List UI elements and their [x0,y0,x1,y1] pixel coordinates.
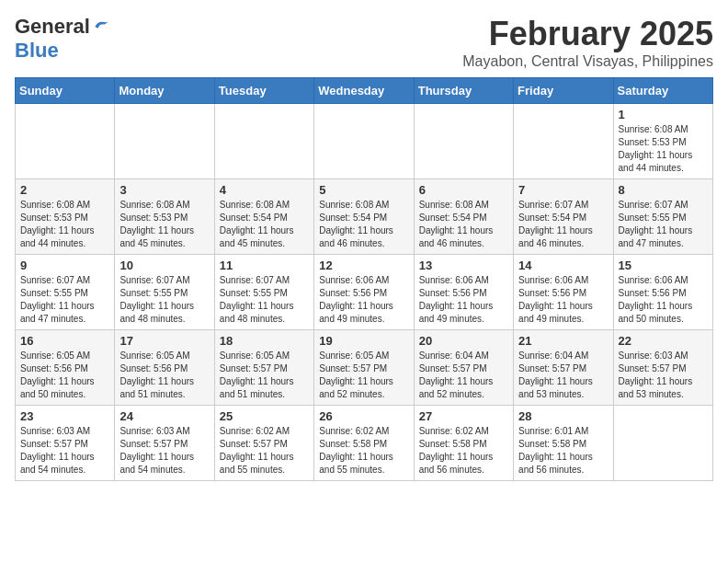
day-number: 5 [319,183,408,197]
calendar-week-row: 16Sunrise: 6:05 AM Sunset: 5:56 PM Dayli… [16,330,713,406]
day-number: 13 [419,259,508,272]
calendar-cell: 17Sunrise: 6:05 AM Sunset: 5:56 PM Dayli… [115,330,214,406]
location-subtitle: Mayabon, Central Visayas, Philippines [462,53,713,70]
calendar-cell: 5Sunrise: 6:08 AM Sunset: 5:54 PM Daylig… [314,179,414,255]
calendar-cell [314,104,414,179]
calendar-cell: 28Sunrise: 6:01 AM Sunset: 5:58 PM Dayli… [514,406,613,481]
calendar-cell: 26Sunrise: 6:02 AM Sunset: 5:58 PM Dayli… [314,406,414,481]
day-info: Sunrise: 6:07 AM Sunset: 5:54 PM Dayligh… [518,199,608,250]
day-info: Sunrise: 6:08 AM Sunset: 5:54 PM Dayligh… [220,199,309,250]
calendar-cell: 7Sunrise: 6:07 AM Sunset: 5:54 PM Daylig… [514,179,613,255]
day-info: Sunrise: 6:06 AM Sunset: 5:56 PM Dayligh… [319,274,408,326]
day-of-week-header: Sunday [16,78,115,104]
calendar-cell: 15Sunrise: 6:06 AM Sunset: 5:56 PM Dayli… [613,255,712,330]
calendar-table: SundayMondayTuesdayWednesdayThursdayFrid… [15,77,713,481]
calendar-cell: 27Sunrise: 6:02 AM Sunset: 5:58 PM Dayli… [414,406,513,481]
day-info: Sunrise: 6:06 AM Sunset: 5:56 PM Dayligh… [619,274,708,326]
calendar-cell: 14Sunrise: 6:06 AM Sunset: 5:56 PM Dayli… [514,255,613,330]
day-info: Sunrise: 6:03 AM Sunset: 5:57 PM Dayligh… [119,425,209,477]
calendar-cell: 12Sunrise: 6:06 AM Sunset: 5:56 PM Dayli… [314,255,414,330]
calendar-cell: 1Sunrise: 6:08 AM Sunset: 5:53 PM Daylig… [613,104,712,179]
logo-general-text: General [15,15,90,39]
calendar-week-row: 23Sunrise: 6:03 AM Sunset: 5:57 PM Dayli… [16,406,713,481]
day-info: Sunrise: 6:02 AM Sunset: 5:58 PM Dayligh… [319,425,408,477]
day-of-week-header: Thursday [414,78,513,104]
month-year-title: February 2025 [462,15,713,53]
day-number: 22 [619,334,708,348]
calendar-cell: 3Sunrise: 6:08 AM Sunset: 5:53 PM Daylig… [115,179,214,255]
day-number: 11 [220,259,309,272]
calendar-cell: 4Sunrise: 6:08 AM Sunset: 5:54 PM Daylig… [214,179,313,255]
calendar-header-row: SundayMondayTuesdayWednesdayThursdayFrid… [16,78,713,104]
calendar-cell: 13Sunrise: 6:06 AM Sunset: 5:56 PM Dayli… [414,255,513,330]
logo-bird-icon [92,17,110,36]
day-number: 6 [419,183,508,197]
day-info: Sunrise: 6:08 AM Sunset: 5:53 PM Dayligh… [20,199,109,250]
day-info: Sunrise: 6:05 AM Sunset: 5:56 PM Dayligh… [20,350,109,401]
day-number: 26 [319,409,408,423]
day-info: Sunrise: 6:05 AM Sunset: 5:57 PM Dayligh… [220,350,309,401]
calendar-cell: 16Sunrise: 6:05 AM Sunset: 5:56 PM Dayli… [16,330,115,406]
logo-blue-text: Blue [15,39,59,63]
day-number: 21 [518,334,608,348]
day-number: 9 [20,259,109,272]
day-number: 24 [119,409,209,423]
calendar-cell: 10Sunrise: 6:07 AM Sunset: 5:55 PM Dayli… [115,255,214,330]
day-info: Sunrise: 6:03 AM Sunset: 5:57 PM Dayligh… [20,425,109,477]
day-info: Sunrise: 6:07 AM Sunset: 5:55 PM Dayligh… [220,274,309,326]
calendar-cell: 23Sunrise: 6:03 AM Sunset: 5:57 PM Dayli… [16,406,115,481]
day-info: Sunrise: 6:03 AM Sunset: 5:57 PM Dayligh… [619,350,708,401]
day-info: Sunrise: 6:07 AM Sunset: 5:55 PM Dayligh… [20,274,109,326]
day-number: 8 [619,183,708,197]
calendar-cell: 20Sunrise: 6:04 AM Sunset: 5:57 PM Dayli… [414,330,513,406]
calendar-cell: 25Sunrise: 6:02 AM Sunset: 5:57 PM Dayli… [214,406,313,481]
page-header: General Blue February 2025 Mayabon, Cent… [15,15,713,70]
day-number: 17 [119,334,209,348]
title-block: February 2025 Mayabon, Central Visayas, … [462,15,713,70]
day-info: Sunrise: 6:01 AM Sunset: 5:58 PM Dayligh… [518,425,608,477]
calendar-cell: 9Sunrise: 6:07 AM Sunset: 5:55 PM Daylig… [16,255,115,330]
day-info: Sunrise: 6:08 AM Sunset: 5:53 PM Dayligh… [619,123,708,175]
calendar-cell [214,104,313,179]
day-number: 4 [220,183,309,197]
calendar-cell: 8Sunrise: 6:07 AM Sunset: 5:55 PM Daylig… [613,179,712,255]
day-number: 12 [319,259,408,272]
day-info: Sunrise: 6:07 AM Sunset: 5:55 PM Dayligh… [619,199,708,250]
calendar-week-row: 9Sunrise: 6:07 AM Sunset: 5:55 PM Daylig… [16,255,713,330]
day-info: Sunrise: 6:05 AM Sunset: 5:56 PM Dayligh… [119,350,209,401]
day-number: 28 [518,409,608,423]
day-of-week-header: Saturday [613,78,712,104]
day-of-week-header: Tuesday [214,78,313,104]
day-info: Sunrise: 6:04 AM Sunset: 5:57 PM Dayligh… [419,350,508,401]
logo: General Blue [15,15,110,63]
day-number: 15 [619,259,708,272]
day-info: Sunrise: 6:04 AM Sunset: 5:57 PM Dayligh… [518,350,608,401]
calendar-cell [613,406,712,481]
day-number: 10 [119,259,209,272]
day-number: 3 [119,183,209,197]
calendar-cell [115,104,214,179]
day-of-week-header: Wednesday [314,78,414,104]
day-number: 23 [20,409,109,423]
day-info: Sunrise: 6:06 AM Sunset: 5:56 PM Dayligh… [518,274,608,326]
calendar-cell: 11Sunrise: 6:07 AM Sunset: 5:55 PM Dayli… [214,255,313,330]
day-info: Sunrise: 6:02 AM Sunset: 5:57 PM Dayligh… [220,425,309,477]
day-number: 18 [220,334,309,348]
day-number: 19 [319,334,408,348]
day-info: Sunrise: 6:07 AM Sunset: 5:55 PM Dayligh… [119,274,209,326]
day-info: Sunrise: 6:08 AM Sunset: 5:54 PM Dayligh… [419,199,508,250]
day-info: Sunrise: 6:08 AM Sunset: 5:53 PM Dayligh… [119,199,209,250]
day-number: 27 [419,409,508,423]
day-number: 20 [419,334,508,348]
calendar-cell: 21Sunrise: 6:04 AM Sunset: 5:57 PM Dayli… [514,330,613,406]
calendar-cell: 18Sunrise: 6:05 AM Sunset: 5:57 PM Dayli… [214,330,313,406]
day-number: 7 [518,183,608,197]
day-info: Sunrise: 6:06 AM Sunset: 5:56 PM Dayligh… [419,274,508,326]
calendar-cell: 6Sunrise: 6:08 AM Sunset: 5:54 PM Daylig… [414,179,513,255]
calendar-cell: 24Sunrise: 6:03 AM Sunset: 5:57 PM Dayli… [115,406,214,481]
calendar-cell [414,104,513,179]
calendar-cell: 2Sunrise: 6:08 AM Sunset: 5:53 PM Daylig… [16,179,115,255]
day-number: 25 [220,409,309,423]
day-info: Sunrise: 6:08 AM Sunset: 5:54 PM Dayligh… [319,199,408,250]
day-number: 16 [20,334,109,348]
